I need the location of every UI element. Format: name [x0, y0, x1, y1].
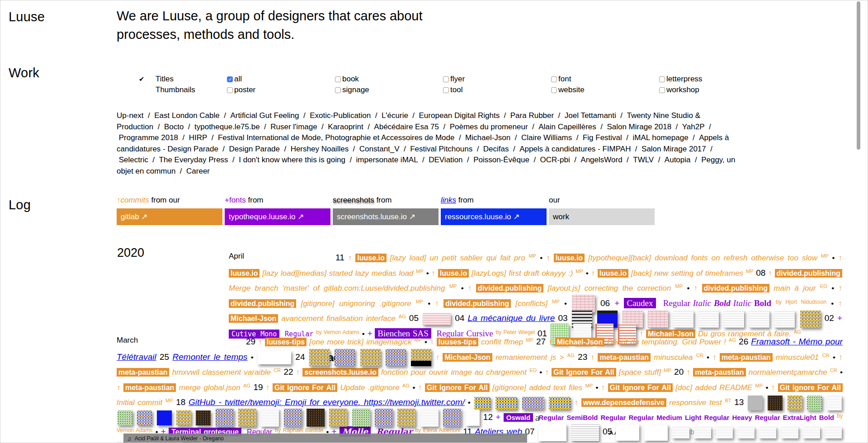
- log-caption-keyword[interactable]: links: [441, 196, 456, 204]
- thumbnail-image[interactable]: [352, 409, 370, 427]
- repo-label[interactable]: Michael-Json: [229, 314, 278, 323]
- project-link[interactable]: Yah2P: [682, 123, 705, 131]
- filter-all[interactable]: all: [227, 74, 335, 85]
- project-link[interactable]: Claire Williams: [521, 133, 572, 142]
- project-link[interactable]: Autopia: [665, 156, 691, 164]
- mode-titles[interactable]: ✔ Titles: [139, 74, 195, 85]
- project-link[interactable]: Decifas: [483, 145, 509, 153]
- repo-label[interactable]: meta-paustian: [693, 368, 745, 377]
- thumbnail-image[interactable]: aceo: [258, 351, 291, 364]
- project-link[interactable]: Bocto: [164, 123, 184, 131]
- thumbnail-image[interactable]: [474, 397, 491, 410]
- external-link[interactable]: La mécanique du livre: [467, 313, 555, 323]
- project-link[interactable]: TWLV: [633, 156, 654, 164]
- filter-website[interactable]: website: [551, 85, 659, 95]
- repo-label[interactable]: divided.publishing: [476, 284, 543, 292]
- thumbnail-image[interactable]: [522, 397, 544, 410]
- thumbnail-image[interactable]: [157, 410, 172, 425]
- thumbnail-image[interactable]: [495, 397, 517, 410]
- thumbnail-image[interactable]: [375, 409, 393, 427]
- filter-poster[interactable]: poster: [227, 85, 335, 95]
- project-link[interactable]: Alain Capeillères: [538, 123, 596, 131]
- repo-label[interactable]: divided.publishing: [702, 284, 769, 292]
- filter-workshop[interactable]: workshop: [659, 85, 767, 95]
- project-link[interactable]: Career: [186, 167, 210, 175]
- project-link[interactable]: Festival International de Mode, Photogra…: [218, 133, 455, 142]
- project-link[interactable]: L'écurie: [382, 111, 408, 120]
- project-link[interactable]: DEViation: [429, 156, 462, 164]
- thumbnail-image[interactable]: [196, 410, 211, 425]
- thumbnail-image[interactable]: [759, 427, 776, 438]
- thumbnail-image[interactable]: [737, 427, 755, 438]
- thumbnail-image[interactable]: [238, 409, 256, 427]
- audio-player-bar[interactable]: ♫ Acid Paüli & Laura Weider - Oregano: [123, 434, 527, 443]
- project-link[interactable]: Salon Mirage 2017: [642, 145, 706, 153]
- thumbnail-image[interactable]: [307, 409, 325, 427]
- repo-label[interactable]: divided.publishing: [443, 299, 511, 308]
- project-link[interactable]: European Digital Rights: [419, 111, 500, 120]
- project-link[interactable]: Karaoprint: [328, 123, 363, 131]
- repo-label[interactable]: Git Ignore For All: [608, 383, 673, 392]
- checkbox-flyer[interactable]: [443, 76, 449, 82]
- project-link[interactable]: Hershey Noailles: [291, 145, 349, 153]
- project-link[interactable]: Abécédaire Esa 75: [374, 123, 439, 131]
- thumbnail-image[interactable]: [748, 396, 763, 410]
- thumbnail-image[interactable]: [673, 311, 693, 328]
- thumbnail-image[interactable]: ılK: [644, 424, 668, 441]
- thumbnail-image[interactable]: [648, 311, 668, 328]
- gitlab-button[interactable]: gitlab ↗: [117, 208, 222, 225]
- project-link[interactable]: Appels à candidatures - FIMPAH: [519, 145, 631, 153]
- typotheque.luuse.io-button[interactable]: typotheque.luuse.io ↗: [225, 208, 330, 225]
- repo-label[interactable]: luuses-tips: [437, 338, 478, 346]
- repo-label[interactable]: Git Ignore For All: [273, 383, 337, 392]
- project-link[interactable]: Festival Pitchouns: [410, 145, 472, 153]
- project-link[interactable]: The Everyday Press: [159, 156, 228, 164]
- thumbnail-image[interactable]: [768, 396, 783, 410]
- project-link[interactable]: OCR-pbi: [540, 156, 570, 164]
- thumbnail-image[interactable]: [807, 396, 822, 410]
- external-link[interactable]: GitHub - twitter/twemoji: Emoji for ever…: [189, 397, 465, 407]
- thumbnail-image[interactable]: [672, 427, 689, 438]
- thumbnail-image[interactable]: [386, 349, 406, 366]
- project-link[interactable]: Michael-Json: [465, 133, 510, 142]
- checkbox-book[interactable]: [335, 76, 341, 82]
- font-name-box[interactable]: Caudex: [624, 298, 656, 308]
- screenshots.luuse.io-button[interactable]: screenshots.luuse.io ↗: [333, 208, 439, 225]
- site-title[interactable]: Luuse: [9, 9, 45, 24]
- repo-label[interactable]: meta-paustian: [720, 353, 772, 362]
- filter-book[interactable]: book: [335, 74, 443, 85]
- project-link[interactable]: Poèmes du promeneur: [450, 123, 528, 131]
- thumbnail-image[interactable]: [781, 427, 798, 438]
- filter-tool[interactable]: tool: [443, 85, 551, 95]
- ressources.luuse.io-button[interactable]: ressources.luuse.io ↗: [441, 208, 547, 225]
- repo-label[interactable]: luuse.io: [554, 254, 585, 262]
- thumbnail-image[interactable]: [716, 427, 733, 438]
- repo-label[interactable]: screenshots.luuse.io: [302, 368, 378, 377]
- thumbnail-image[interactable]: [137, 410, 152, 425]
- repo-label[interactable]: Michael-Json: [443, 353, 492, 362]
- checkbox-all[interactable]: [227, 76, 233, 82]
- thumbnail-image[interactable]: [329, 409, 347, 427]
- repo-label[interactable]: Git Ignore For All: [552, 368, 616, 377]
- project-link[interactable]: Salon Mirage 2018: [607, 123, 671, 131]
- project-link[interactable]: Up-next: [117, 111, 144, 120]
- thumbnail-image[interactable]: [284, 409, 302, 427]
- scrollbar-thumb[interactable]: [857, 1, 860, 150]
- thumbnail-image[interactable]: [803, 427, 820, 438]
- thumbnail-image[interactable]: [423, 313, 451, 325]
- repo-label[interactable]: meta-paustian: [117, 368, 169, 377]
- thumbnail-image[interactable]: [549, 397, 571, 410]
- project-link[interactable]: typotheque.le75.be: [194, 123, 260, 131]
- project-link[interactable]: iMAL homepage: [632, 133, 688, 142]
- repo-label[interactable]: divided.publishing: [775, 269, 842, 278]
- repo-label[interactable]: luuses-tips: [265, 338, 307, 346]
- thumbnail-image[interactable]: [411, 349, 431, 366]
- repo-label[interactable]: luuse.io: [438, 269, 469, 278]
- project-link[interactable]: impersonate iMAL: [356, 156, 418, 164]
- project-link[interactable]: Artificial Gut Feeling: [230, 111, 299, 120]
- repo-label[interactable]: Michael-Json: [555, 338, 604, 346]
- checkbox-letterpress[interactable]: [659, 76, 665, 82]
- repo-label[interactable]: meta-paustian: [123, 383, 176, 392]
- thumbnail-image[interactable]: [216, 409, 234, 427]
- repo-label[interactable]: luuse.io: [598, 269, 628, 278]
